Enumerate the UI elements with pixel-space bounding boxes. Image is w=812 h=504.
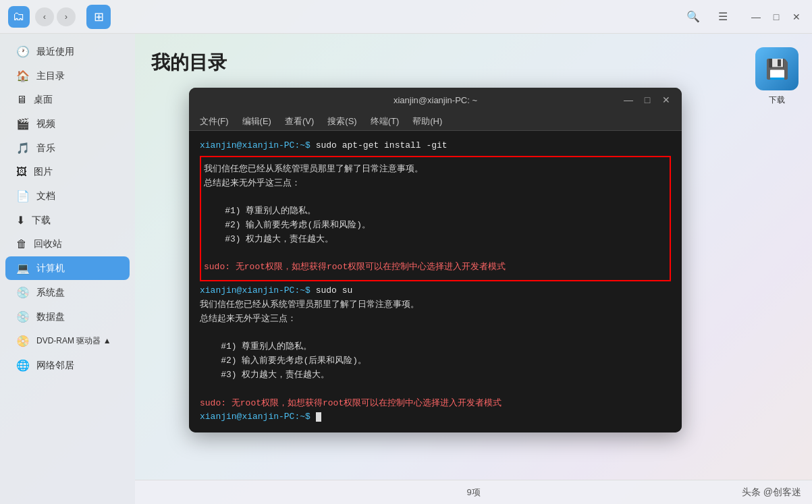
nav-buttons: ‹ › bbox=[35, 7, 76, 26]
view-toggle-button[interactable]: ⊞ bbox=[86, 5, 111, 29]
menu-view[interactable]: 查看(V) bbox=[279, 114, 319, 129]
cursor bbox=[316, 412, 321, 422]
terminal-body[interactable]: xianjin@xianjin-PC:~$ sudo apt-get insta… bbox=[189, 131, 682, 432]
sidebar-item-home[interactable]: 🏠 主目录 bbox=[5, 64, 130, 88]
close-button[interactable]: ✕ bbox=[789, 9, 804, 24]
term-line-rule3: #3) 权力越大，责任越大。 bbox=[204, 233, 667, 247]
term-line-rule6: #3) 权力越大，责任越大。 bbox=[200, 368, 671, 383]
menu-file[interactable]: 文件(F) bbox=[194, 114, 234, 129]
pictures-icon: 🖼 bbox=[16, 166, 27, 178]
back-button[interactable]: ‹ bbox=[35, 7, 54, 26]
terminal-final-prompt: xianjin@xianjin-PC:~$ bbox=[200, 410, 671, 424]
terminal-line-1: xianjin@xianjin-PC:~$ sudo apt-get insta… bbox=[200, 139, 671, 153]
sidebar-item-data-disk[interactable]: 💿 数据盘 bbox=[5, 305, 130, 329]
system-disk-icon: 💿 bbox=[16, 286, 30, 299]
recent-icon: 🕐 bbox=[16, 45, 30, 58]
terminal-titlebar: xianjin@xianjin-PC: ~ — □ ✕ bbox=[189, 88, 682, 112]
sidebar-label-computer: 计算机 bbox=[36, 262, 65, 275]
terminal-minimize-button[interactable]: — bbox=[621, 92, 636, 107]
prompt-3: xianjin@xianjin-PC:~$ bbox=[200, 412, 316, 422]
term-line-rule4: #1) 尊重别人的隐私。 bbox=[200, 340, 671, 354]
search-button[interactable]: 🔍 bbox=[684, 7, 703, 26]
sidebar-label-music: 音乐 bbox=[36, 142, 55, 155]
forward-button[interactable]: › bbox=[57, 7, 76, 26]
sidebar-label-system-disk: 系统盘 bbox=[36, 287, 65, 299]
sidebar-label-network: 网络邻居 bbox=[36, 360, 74, 372]
item-count: 9项 bbox=[466, 486, 480, 499]
sidebar-item-trash[interactable]: 🗑 回收站 bbox=[5, 233, 130, 256]
term-line-trust4: 总结起来无外乎这三点： bbox=[200, 312, 671, 327]
sidebar-item-video[interactable]: 🎬 视频 bbox=[5, 112, 130, 136]
term-line-trust1: 我们信任您已经从系统管理员那里了解了日常注意事项。 bbox=[204, 163, 667, 177]
menu-search[interactable]: 搜索(S) bbox=[322, 114, 362, 129]
dvd-icon: 📀 bbox=[16, 335, 30, 347]
music-icon: 🎵 bbox=[16, 142, 30, 155]
network-icon: 🌐 bbox=[16, 359, 30, 372]
minimize-button[interactable]: — bbox=[749, 9, 763, 24]
disk-shortcut: 💾 下载 bbox=[755, 47, 799, 106]
cmd-1: sudo apt-get install -git bbox=[316, 140, 448, 150]
sidebar-label-data-disk: 数据盘 bbox=[36, 311, 65, 323]
highlighted-section: 我们信任您已经从系统管理员那里了解了日常注意事项。 总结起来无外乎这三点： #1… bbox=[200, 156, 671, 281]
sidebar-item-recent[interactable]: 🕐 最近使用 bbox=[5, 40, 130, 63]
data-disk-icon: 💿 bbox=[16, 310, 30, 323]
sidebar-item-dvd[interactable]: 📀 DVD-RAM 驱动器 ▲ bbox=[5, 329, 130, 353]
sidebar-label-pictures: 图片 bbox=[34, 166, 53, 178]
menu-edit[interactable]: 编辑(E) bbox=[237, 114, 277, 129]
computer-icon: 💻 bbox=[16, 262, 30, 275]
term-line-rule5: #2) 输入前要先考虑(后果和风险)。 bbox=[200, 354, 671, 368]
sidebar-label-desktop: 桌面 bbox=[34, 94, 53, 106]
sidebar-label-video: 视频 bbox=[36, 118, 55, 130]
term-line-empty3 bbox=[200, 327, 671, 341]
sidebar-item-computer[interactable]: 💻 计算机 bbox=[5, 256, 130, 280]
app-icon: 🗂 bbox=[8, 6, 30, 28]
term-line-empty2 bbox=[204, 247, 667, 261]
term-sudo-warn-1: sudo: 无root权限，如想获得root权限可以在控制中心选择进入开发者模式 bbox=[204, 260, 667, 275]
prompt-1: xianjin@xianjin-PC:~$ bbox=[200, 140, 316, 150]
terminal-window-controls: — □ ✕ bbox=[621, 92, 674, 107]
terminal-menu: 文件(F) 编辑(E) 查看(V) 搜索(S) 终端(T) 帮助(H) bbox=[189, 112, 682, 131]
maximize-button[interactable]: □ bbox=[769, 9, 784, 24]
term-line-rule1: #1) 尊重别人的隐私。 bbox=[204, 204, 667, 219]
menu-help[interactable]: 帮助(H) bbox=[407, 114, 448, 129]
sidebar-label-documents: 文档 bbox=[36, 190, 55, 202]
term-sudo-warn-2: sudo: 无root权限，如想获得root权限可以在控制中心选择进入开发者模式 bbox=[200, 397, 671, 411]
menu-terminal[interactable]: 终端(T) bbox=[365, 114, 405, 129]
term-line-empty1 bbox=[204, 190, 667, 204]
sidebar-item-music[interactable]: 🎵 音乐 bbox=[5, 136, 130, 160]
status-bar: 9项 bbox=[135, 480, 812, 504]
sidebar: 🕐 最近使用 🏠 主目录 🖥 桌面 🎬 视频 🎵 音乐 🖼 图片 📄 文档 ⬇ … bbox=[0, 34, 135, 504]
home-icon: 🏠 bbox=[16, 69, 30, 82]
term-line-trust2: 总结起来无外乎这三点： bbox=[204, 177, 667, 191]
terminal-close-button[interactable]: ✕ bbox=[659, 92, 674, 107]
sidebar-label-recent: 最近使用 bbox=[36, 46, 74, 58]
sidebar-item-desktop[interactable]: 🖥 桌面 bbox=[5, 88, 130, 111]
menu-button[interactable]: ☰ bbox=[713, 7, 732, 26]
title-bar-right: 🔍 ☰ — □ ✕ bbox=[684, 7, 804, 26]
term-line-rule2: #2) 输入前要先考虑(后果和风险)。 bbox=[204, 219, 667, 233]
disk-label: 下载 bbox=[769, 94, 785, 106]
sidebar-item-network[interactable]: 🌐 网络邻居 bbox=[5, 354, 130, 377]
watermark: 头条 @创客迷 bbox=[742, 486, 801, 499]
sidebar-item-documents[interactable]: 📄 文档 bbox=[5, 184, 130, 208]
desktop-icon: 🖥 bbox=[16, 94, 27, 106]
sidebar-label-trash: 回收站 bbox=[34, 238, 62, 250]
sidebar-item-pictures[interactable]: 🖼 图片 bbox=[5, 161, 130, 184]
terminal-line-2: xianjin@xianjin-PC:~$ sudo su bbox=[200, 284, 671, 298]
title-bar: 🗂 ‹ › ⊞ 🔍 ☰ — □ ✕ bbox=[0, 0, 812, 34]
trash-icon: 🗑 bbox=[16, 238, 27, 250]
cmd-2: sudo su bbox=[316, 285, 353, 296]
disk-icon: 💾 bbox=[755, 47, 799, 90]
terminal-title: xianjin@xianjin-PC: ~ bbox=[394, 95, 477, 105]
sidebar-label-home: 主目录 bbox=[36, 70, 65, 82]
sidebar-item-downloads[interactable]: ⬇ 下载 bbox=[5, 208, 130, 232]
video-icon: 🎬 bbox=[16, 117, 30, 130]
terminal-maximize-button[interactable]: □ bbox=[640, 92, 655, 107]
term-line-trust3: 我们信任您已经从系统管理员那里了解了日常注意事项。 bbox=[200, 298, 671, 312]
downloads-icon: ⬇ bbox=[16, 214, 25, 227]
sidebar-label-downloads: 下载 bbox=[32, 215, 51, 227]
term-line-empty4 bbox=[200, 383, 671, 397]
sidebar-item-system-disk[interactable]: 💿 系统盘 bbox=[5, 281, 130, 304]
sidebar-label-dvd: DVD-RAM 驱动器 ▲ bbox=[36, 335, 111, 347]
documents-icon: 📄 bbox=[16, 190, 30, 202]
